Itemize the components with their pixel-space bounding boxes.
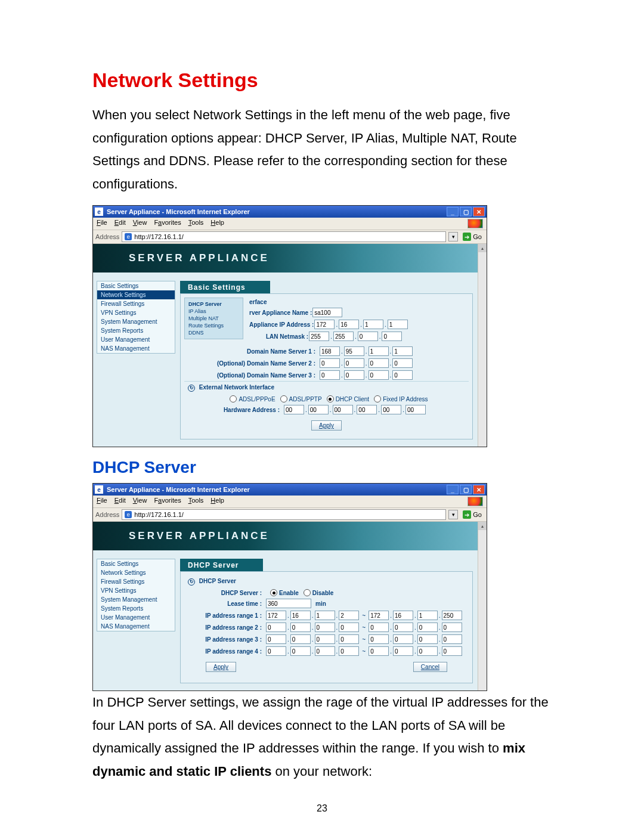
appliance-name-input[interactable] xyxy=(312,308,342,317)
minimize-button[interactable]: _ xyxy=(447,485,459,494)
hw-3[interactable] xyxy=(333,405,353,414)
r1f-3[interactable] xyxy=(315,611,335,620)
dns2-2[interactable] xyxy=(344,358,364,368)
r1t-3[interactable] xyxy=(417,611,438,620)
submenu-dhcp-server[interactable]: DHCP Server xyxy=(188,301,239,308)
r4t-3[interactable] xyxy=(417,646,438,656)
sidebar-item-system-management[interactable]: System Management xyxy=(97,317,175,326)
r3t-2[interactable] xyxy=(393,634,413,644)
radio-dhcp-client[interactable] xyxy=(327,395,334,402)
r3f-1[interactable] xyxy=(266,634,286,644)
menu-file[interactable]: File xyxy=(97,497,107,506)
dns3-2[interactable] xyxy=(344,370,364,380)
menu-help[interactable]: Help xyxy=(210,497,224,506)
sidebar-item-user-management[interactable]: User Management xyxy=(97,335,175,344)
r4f-3[interactable] xyxy=(315,646,335,656)
sidebar-item-network-settings[interactable]: Network Settings xyxy=(97,568,175,577)
lan-netmask-4[interactable] xyxy=(382,332,402,341)
menu-view[interactable]: View xyxy=(133,497,147,506)
r2f-2[interactable] xyxy=(290,623,311,632)
sidebar-item-vpn-settings[interactable]: VPN Settings xyxy=(97,586,175,595)
sidebar-item-basic-settings[interactable]: Basic Settings xyxy=(97,281,175,290)
refresh-icon[interactable]: ↻ xyxy=(188,578,195,586)
submenu-ip-alias[interactable]: IP Alias xyxy=(188,308,239,315)
sidebar-item-firewall-settings[interactable]: Firewall Settings xyxy=(97,577,175,586)
apply-button[interactable]: Apply xyxy=(206,662,236,672)
r3f-2[interactable] xyxy=(290,634,311,644)
menu-tools[interactable]: Tools xyxy=(188,497,204,506)
radio-fixed-ip[interactable] xyxy=(374,395,381,402)
sidebar-item-user-management[interactable]: User Management xyxy=(97,613,175,622)
sidebar-item-firewall-settings[interactable]: Firewall Settings xyxy=(97,299,175,308)
r2t-3[interactable] xyxy=(417,623,438,632)
r2t-2[interactable] xyxy=(393,623,413,632)
r4f-4[interactable] xyxy=(339,646,359,656)
appliance-ip-1[interactable] xyxy=(314,320,335,329)
sidebar-item-nas-management[interactable]: NAS Management xyxy=(97,344,175,353)
r1t-2[interactable] xyxy=(393,611,413,620)
url-field[interactable]: e http://172.16.1.1/ xyxy=(122,509,446,520)
dns1-4[interactable] xyxy=(392,346,413,356)
menu-view[interactable]: View xyxy=(133,219,147,228)
r1f-2[interactable] xyxy=(290,611,311,620)
sidebar-item-system-reports[interactable]: System Reports xyxy=(97,326,175,335)
url-field[interactable]: e http://172.16.1.1/ xyxy=(122,231,446,242)
menu-file[interactable]: File xyxy=(97,219,107,228)
menu-favorites[interactable]: Favorites xyxy=(154,497,181,506)
url-dropdown[interactable]: ▾ xyxy=(448,510,458,519)
radio-adsl-pppoe[interactable] xyxy=(230,395,237,402)
dns3-3[interactable] xyxy=(369,370,389,380)
lease-time-input[interactable] xyxy=(266,599,311,608)
close-button[interactable]: ✕ xyxy=(473,207,485,216)
radio-enable[interactable] xyxy=(270,589,277,596)
sidebar-item-vpn-settings[interactable]: VPN Settings xyxy=(97,308,175,317)
sidebar-item-basic-settings[interactable]: Basic Settings xyxy=(97,559,175,568)
menu-help[interactable]: Help xyxy=(210,219,224,228)
dns3-4[interactable] xyxy=(392,370,413,380)
submenu-route-settings[interactable]: Route Settings xyxy=(188,322,239,329)
appliance-ip-4[interactable] xyxy=(388,320,408,329)
menu-tools[interactable]: Tools xyxy=(188,219,204,228)
r3f-4[interactable] xyxy=(339,634,359,644)
submenu-ddns[interactable]: DDNS xyxy=(188,329,239,336)
hw-6[interactable] xyxy=(405,405,426,414)
sidebar-item-system-reports[interactable]: System Reports xyxy=(97,604,175,613)
r4t-1[interactable] xyxy=(369,646,389,656)
r4t-2[interactable] xyxy=(393,646,413,656)
r3f-3[interactable] xyxy=(315,634,335,644)
r4f-1[interactable] xyxy=(266,646,286,656)
submenu-multiple-nat[interactable]: Multiple NAT xyxy=(188,315,239,322)
apply-button[interactable]: Apply xyxy=(311,420,342,431)
refresh-icon[interactable]: ↻ xyxy=(188,385,195,392)
lan-netmask-3[interactable] xyxy=(358,332,378,341)
dns2-1[interactable] xyxy=(320,358,340,368)
vertical-scrollbar[interactable]: ▴ xyxy=(478,522,487,690)
lan-netmask-2[interactable] xyxy=(333,332,354,341)
r2t-1[interactable] xyxy=(369,623,389,632)
r2f-4[interactable] xyxy=(339,623,359,632)
vertical-scrollbar[interactable]: ▴ xyxy=(478,244,487,447)
dns1-1[interactable] xyxy=(320,346,340,356)
r4f-2[interactable] xyxy=(290,646,311,656)
r2f-1[interactable] xyxy=(266,623,286,632)
r1t-4[interactable] xyxy=(442,611,462,620)
sidebar-item-system-management[interactable]: System Management xyxy=(97,595,175,604)
dns1-3[interactable] xyxy=(369,346,389,356)
r3t-1[interactable] xyxy=(369,634,389,644)
r1f-1[interactable] xyxy=(266,611,286,620)
hw-2[interactable] xyxy=(308,405,329,414)
close-button[interactable]: ✕ xyxy=(473,485,485,494)
menu-edit[interactable]: Edit xyxy=(114,497,126,506)
menu-favorites[interactable]: Favorites xyxy=(154,219,181,228)
sidebar-item-network-settings[interactable]: Network Settings xyxy=(97,290,175,299)
r4t-4[interactable] xyxy=(442,646,462,656)
appliance-ip-2[interactable] xyxy=(339,320,359,329)
minimize-button[interactable]: _ xyxy=(447,207,459,216)
r2t-4[interactable] xyxy=(442,623,462,632)
r2f-3[interactable] xyxy=(315,623,335,632)
cancel-button[interactable]: Cancel xyxy=(413,662,447,672)
go-button[interactable]: ➔ Go xyxy=(460,510,484,519)
r3t-3[interactable] xyxy=(417,634,438,644)
maximize-button[interactable]: ▢ xyxy=(460,207,472,216)
hw-5[interactable] xyxy=(381,405,401,414)
